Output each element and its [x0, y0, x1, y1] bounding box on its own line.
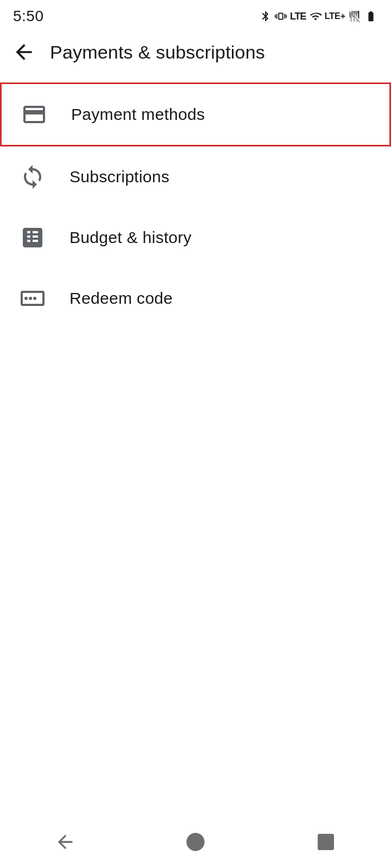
menu-item-budget-history[interactable]: Budget & history — [0, 207, 391, 268]
refresh-icon — [15, 159, 50, 194]
nav-home-button[interactable] — [174, 820, 217, 864]
svg-point-3 — [33, 297, 36, 300]
payment-methods-label: Payment methods — [71, 105, 205, 124]
menu-item-payment-methods[interactable]: Payment methods — [0, 82, 391, 146]
svg-point-4 — [186, 833, 204, 851]
wifi-icon — [310, 10, 321, 22]
nav-bar — [0, 816, 391, 868]
redeem-icon — [15, 281, 50, 316]
battery-icon — [364, 10, 378, 22]
nav-recents-button[interactable] — [304, 820, 348, 864]
back-button[interactable] — [11, 39, 37, 65]
redeem-code-label: Redeem code — [70, 289, 173, 308]
menu-item-subscriptions[interactable]: Subscriptions — [0, 146, 391, 207]
status-time: 5:50 — [13, 8, 44, 25]
receipt-icon — [15, 220, 50, 255]
menu-list: Payment methods Subscriptions Budget & h… — [0, 82, 391, 329]
toolbar: Payments & subscriptions — [0, 30, 391, 74]
bluetooth-icon — [260, 10, 272, 22]
subscriptions-label: Subscriptions — [70, 168, 169, 186]
svg-point-1 — [24, 297, 28, 300]
budget-history-label: Budget & history — [70, 228, 192, 247]
nav-back-button[interactable] — [43, 820, 87, 864]
svg-point-2 — [29, 297, 32, 300]
page-title: Payments & subscriptions — [50, 42, 265, 63]
status-icons: LTE LTE+ — [260, 10, 378, 22]
lte-icon: LTE — [290, 11, 306, 22]
credit-card-icon — [17, 97, 52, 132]
signal1-icon — [349, 10, 361, 22]
vibrate-icon — [275, 10, 287, 22]
svg-rect-5 — [318, 834, 334, 850]
status-bar: 5:50 LTE LTE+ — [0, 0, 391, 30]
back-arrow-icon — [12, 40, 36, 64]
menu-item-redeem-code[interactable]: Redeem code — [0, 268, 391, 329]
lte-plus-icon: LTE+ — [325, 11, 345, 21]
